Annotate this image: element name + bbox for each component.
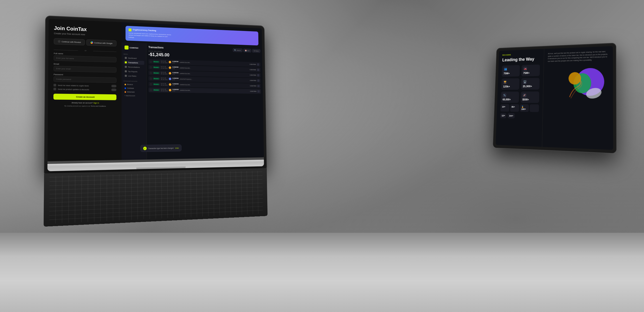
tx-type-badge: Receive <box>153 89 160 91</box>
tx-date: 30 Jul 2021 <box>161 90 168 92</box>
vehicles-value: 75M+ <box>523 71 538 74</box>
tx-checkbox[interactable] <box>150 66 152 68</box>
news-checkbox[interactable] <box>54 84 56 87</box>
tx-action-btn[interactable] <box>257 74 259 76</box>
tx-checkbox[interactable] <box>150 89 152 91</box>
tx-sub: ETH <box>173 90 178 92</box>
logo-icon <box>124 46 128 50</box>
toast-message: Transaction type has been changed <box>148 147 174 149</box>
mini-val-3: 180+ <box>521 108 527 110</box>
updates-checkbox-row: Send me product updates & discounts <box>54 88 116 91</box>
tx-sub: ETH <box>172 62 178 64</box>
tx-action-btn[interactable] <box>257 69 259 71</box>
sidebar-item-transactions[interactable]: Transactions <box>124 60 144 65</box>
tx-fiat: 0.00#7849 <box>250 64 256 65</box>
tiny-val-2: 1m+ <box>509 114 513 117</box>
updates-toggle[interactable] <box>111 89 116 91</box>
revolut-icon <box>58 40 61 43</box>
sidebar-item-dashboard[interactable]: Dashboard <box>124 56 144 60</box>
tx-fiat: 0.00#7849 <box>250 85 256 87</box>
tx-crypto-icon <box>169 89 172 91</box>
revenue-icon: 🚀 <box>522 93 526 97</box>
tx-type-badge: Receive <box>153 83 160 85</box>
tx-fiat: 0.00#7849 <box>250 69 256 70</box>
create-account-button[interactable]: Create an Account <box>54 94 116 100</box>
tx-date: 30 Jul 2021 <box>161 79 168 80</box>
tx-address: 0x89f3672bG485... <box>180 90 249 92</box>
tx-crypto-icon <box>169 72 172 74</box>
reconciliations-label: Reconciliations <box>128 66 140 68</box>
email-placeholder: Enter your email <box>56 67 70 70</box>
tx-checkbox[interactable] <box>150 61 152 62</box>
date-btn[interactable]: 📅 Date <box>243 49 251 52</box>
tx-fiat: 0.00#7849 <box>250 74 256 76</box>
news-label: Send me news related to crypto taxes <box>58 84 110 87</box>
tx-address: 0x89f3672bG485... <box>180 73 249 76</box>
tx-type-badge: Receive <box>153 66 160 68</box>
stat-tiny-2: 1m+ <box>508 113 515 118</box>
users-value: 75M+ <box>504 72 518 75</box>
tx-checkbox[interactable] <box>150 84 152 85</box>
signin-link[interactable]: Sign In <box>94 102 99 104</box>
awards-value: 125k+ <box>503 85 518 88</box>
sidebar-item-reconciliations[interactable]: Reconciliations <box>124 65 144 69</box>
tx-checkbox[interactable] <box>150 78 152 80</box>
revolut-btn-label: Continue with Revolut <box>62 40 81 43</box>
updates-label: Send me product updates & discounts <box>58 88 110 91</box>
auth-buttons: Continue with Revolut Continue with Goog… <box>54 38 116 46</box>
tx-sub: ETH <box>172 73 178 75</box>
logo-text: COINTAX <box>130 46 138 49</box>
tax-reports-icon <box>125 70 127 72</box>
fullname-input[interactable]: Enter your full name <box>54 55 116 62</box>
search-btn[interactable]: 🔍 Search <box>232 48 242 52</box>
or-divider: or <box>54 48 116 52</box>
transactions-label: Transactions <box>128 62 138 64</box>
app-main-content: COINTAX Menu Dashboard Transactions <box>122 42 264 160</box>
tx-type-badge: Receive <box>153 78 160 80</box>
mini-val-2: 8k+ <box>512 106 518 108</box>
stat-item-awards: 🏆 125k+ <box>501 78 520 90</box>
tx-checkbox[interactable] <box>150 72 152 74</box>
tx-date: 30 Jul 2021 <box>161 73 168 75</box>
tx-action-btn[interactable] <box>257 90 260 92</box>
screens-value: 25,900+ <box>523 85 538 88</box>
table-row: Receive 02:21:28 30 Jul 2021 0.002036 ET… <box>148 88 261 94</box>
email-input[interactable]: Enter your email <box>54 66 116 72</box>
connected-metamask: Metamask <box>124 90 144 94</box>
toast-undo-btn[interactable]: Undo <box>175 147 179 149</box>
already-text: Already have an account? <box>72 102 93 104</box>
google-btn[interactable]: Continue with Google <box>86 39 116 46</box>
reconciliations-icon <box>125 66 127 68</box>
terms-link[interactable]: Terms and Conditions <box>91 105 106 107</box>
tax-reports-label: Tax Reports <box>128 70 138 72</box>
terms-prefix: By creating account you agree to our <box>64 105 90 107</box>
stat-item-vehicles: 🚗 75M+ <box>521 64 540 76</box>
tablet-bezel: REVIEWS Leading the Way 👥 75M+ 🚗 75M+ 🏆 <box>493 43 616 153</box>
news-checkbox-row: Send me news related to crypto taxes <box>54 84 116 88</box>
tx-action-btn[interactable] <box>257 85 260 88</box>
password-group: Password Create password <box>54 73 116 83</box>
connected-section-label: Connected accounts <box>124 80 144 82</box>
filter-btn[interactable]: ⚙ Filters <box>252 49 260 53</box>
stat-item-revenue: 🚀 $508+ <box>520 91 539 103</box>
password-input[interactable]: Create password <box>54 76 116 83</box>
sidebar-item-live-rates[interactable]: Live Rates <box>124 74 144 78</box>
signup-panel: Join CoinTax Create your free account no… <box>48 19 122 161</box>
news-toggle[interactable] <box>111 85 116 87</box>
binance-name: Binance <box>127 84 133 86</box>
tx-action-btn[interactable] <box>257 80 260 82</box>
updates-checkbox[interactable] <box>54 88 56 90</box>
tx-type-badge: Receive <box>153 61 160 63</box>
sidebar-item-tax-reports[interactable]: Tax Reports <box>124 69 144 74</box>
stat-mini-3: 🏅 180+ <box>520 104 529 112</box>
tx-action-btn[interactable] <box>257 64 259 66</box>
tablet-screen: REVIEWS Leading the Way 👥 75M+ 🚗 75M+ 🏆 <box>496 46 613 150</box>
add-account-btn[interactable]: + Add Account <box>124 94 144 98</box>
dashboard-label: Dashboard <box>128 57 137 59</box>
stat-item-screens: 🖥️ 25,900+ <box>521 78 540 90</box>
password-placeholder: Create password <box>56 78 71 80</box>
email-group: Email Enter your email <box>54 63 116 72</box>
revolut-btn[interactable]: Continue with Revolut <box>54 38 85 45</box>
google-btn-label: Continue with Google <box>94 42 112 44</box>
tiny-val-1: 12+ <box>502 114 505 117</box>
